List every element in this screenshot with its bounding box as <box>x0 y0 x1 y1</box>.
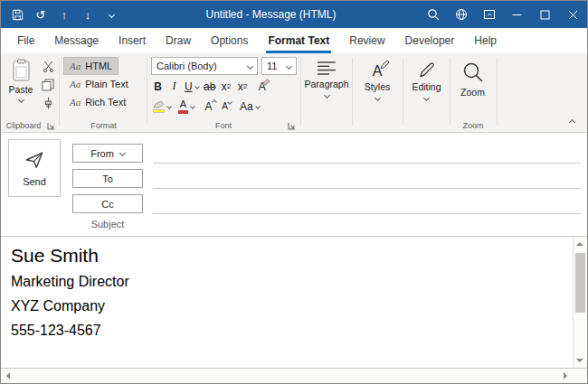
copy-button[interactable] <box>40 77 56 92</box>
tab-file[interactable]: File <box>7 28 44 53</box>
group-divider <box>403 58 403 126</box>
save-button[interactable] <box>5 1 29 28</box>
paste-label: Paste <box>9 84 33 95</box>
dialog-launcher-icon <box>47 122 55 130</box>
italic-button[interactable]: I <box>166 78 182 95</box>
copy-icon <box>42 79 54 91</box>
scroll-right-icon[interactable] <box>564 372 567 379</box>
ribbon-display-options-icon <box>483 8 496 21</box>
shrink-font-button[interactable]: A <box>219 98 234 115</box>
to-button[interactable]: To <box>72 169 143 188</box>
styles-icon: A <box>366 61 388 79</box>
tab-format-text[interactable]: Format Text <box>258 28 339 53</box>
message-body-editor[interactable]: Sue Smith Marketing Director XYZ Company… <box>1 237 573 368</box>
scroll-left-icon[interactable] <box>6 372 10 379</box>
send-button[interactable]: Send <box>8 139 61 197</box>
scroll-up-icon[interactable] <box>576 242 583 246</box>
subscript-button[interactable]: x2 <box>218 78 233 95</box>
to-label: To <box>102 173 113 184</box>
tab-message[interactable]: Message <box>44 28 109 53</box>
chevron-down-icon <box>108 11 114 17</box>
tab-review[interactable]: Review <box>339 28 394 53</box>
zoom-button[interactable]: Zoom <box>450 58 495 121</box>
chevron-down-icon <box>17 97 24 103</box>
change-case-button[interactable]: Aa <box>238 98 261 115</box>
font-size-value: 11 <box>267 61 277 71</box>
message-header: Send From To Cc Subject <box>1 133 587 237</box>
format-plain-label: Plain Text <box>85 79 128 89</box>
format-painter-button[interactable] <box>40 95 56 110</box>
chevron-down-icon <box>119 150 126 156</box>
scroll-down-icon[interactable] <box>576 359 583 362</box>
tab-insert[interactable]: Insert <box>109 28 156 53</box>
group-divider <box>352 58 353 126</box>
subject-field[interactable] <box>153 216 581 234</box>
font-name-select[interactable]: Calibri (Body) <box>151 57 258 75</box>
clipboard-group-label: Clipboard <box>2 121 45 130</box>
tab-help[interactable]: Help <box>464 28 507 53</box>
strikethrough-button[interactable]: ab <box>202 78 217 95</box>
signature-name: Sue Smith <box>11 243 573 267</box>
from-button[interactable]: From <box>72 144 143 163</box>
font-color-button[interactable]: A <box>175 98 198 115</box>
close-button[interactable] <box>559 1 587 28</box>
text-highlight-color-button[interactable] <box>150 98 174 115</box>
chevron-down-icon <box>255 104 261 109</box>
font-dialog-launcher[interactable] <box>287 121 296 130</box>
from-field[interactable] <box>153 143 581 164</box>
format-rich-text-button[interactable]: AaRich Text <box>64 94 131 110</box>
format-preview-letters: Aa <box>70 97 81 108</box>
next-item-button[interactable]: ↓ <box>76 1 100 28</box>
font-name-value: Calibri (Body) <box>156 61 217 71</box>
send-icon <box>24 150 45 170</box>
format-html-button[interactable]: AaHTML <box>64 58 118 74</box>
cc-button[interactable]: Cc <box>72 194 143 213</box>
format-html-label: HTML <box>85 61 112 71</box>
to-field[interactable] <box>153 168 581 189</box>
format-plain-text-button[interactable]: AaPlain Text <box>64 76 134 92</box>
format-rich-label: Rich Text <box>85 97 126 108</box>
minimize-button[interactable] <box>503 1 531 28</box>
clipboard-dialog-launcher[interactable] <box>46 121 55 130</box>
zoom-group-label: Zoom <box>450 121 497 130</box>
bold-button[interactable]: B <box>150 78 166 95</box>
undo-button[interactable]: ↺ <box>29 1 52 28</box>
maximize-button[interactable] <box>531 1 559 28</box>
ribbon: Paste Clipboard AaHTML AaPlain Text AaRi… <box>1 53 587 133</box>
chevron-up-icon <box>568 118 574 125</box>
superscript-button[interactable]: x2 <box>234 78 250 95</box>
styles-button[interactable]: A Styles <box>354 58 401 121</box>
paragraph-button[interactable]: Paragraph <box>303 58 350 121</box>
tab-developer[interactable]: Developer <box>395 28 465 53</box>
maximize-icon <box>540 10 550 20</box>
grow-font-button[interactable]: A <box>203 98 218 115</box>
font-size-select[interactable]: 11 <box>261 57 297 75</box>
collapse-ribbon-button[interactable] <box>564 117 579 127</box>
editing-button[interactable]: Editing <box>404 58 449 121</box>
globe-button[interactable] <box>447 1 475 28</box>
outlook-message-window: ↺ ↑ ↓ Untitled - Message (HTML) <box>0 0 588 384</box>
cut-button[interactable] <box>40 59 56 74</box>
next-item-icon: ↓ <box>85 9 91 21</box>
tab-draw[interactable]: Draw <box>156 28 201 53</box>
customize-quick-access-button[interactable] <box>100 1 123 28</box>
chevron-down-icon <box>190 104 195 109</box>
clear-formatting-button[interactable]: A <box>254 78 270 95</box>
underline-button[interactable]: U <box>183 78 201 95</box>
font-color-icon: A <box>178 99 188 114</box>
previous-item-button[interactable]: ↑ <box>52 1 76 28</box>
paste-icon <box>13 59 30 81</box>
undo-icon: ↺ <box>36 9 46 21</box>
group-divider <box>147 58 147 126</box>
ribbon-display-options-button[interactable] <box>475 1 503 28</box>
chevron-down-icon <box>166 104 172 109</box>
vertical-scrollbar-thumb[interactable] <box>575 253 585 313</box>
tab-options[interactable]: Options <box>201 28 258 53</box>
subscript-digit: 2 <box>227 82 231 90</box>
vertical-scrollbar[interactable] <box>573 237 587 368</box>
paste-button[interactable]: Paste <box>5 57 36 118</box>
horizontal-scrollbar[interactable] <box>1 368 587 383</box>
titlebar: ↺ ↑ ↓ Untitled - Message (HTML) <box>1 1 587 28</box>
cc-field[interactable] <box>153 193 581 214</box>
search-button[interactable] <box>419 1 447 28</box>
